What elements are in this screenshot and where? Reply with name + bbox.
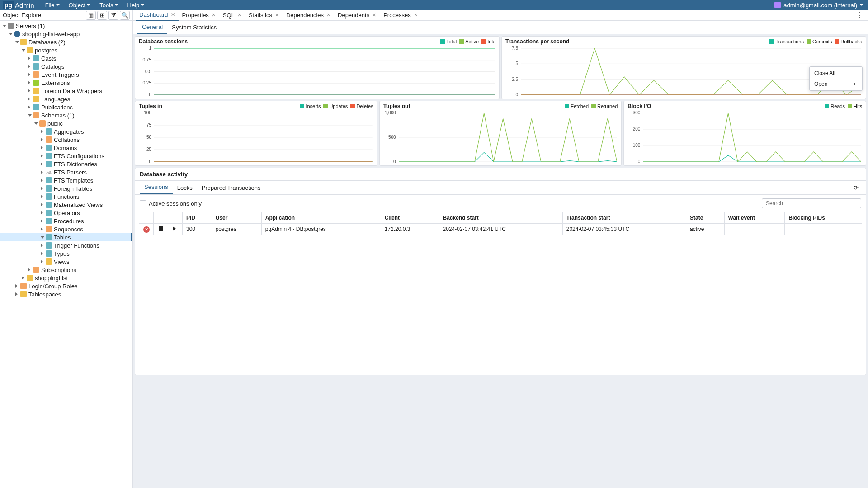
activity-tab-locks[interactable]: Locks — [173, 182, 197, 194]
node-publications[interactable]: Publications — [0, 103, 132, 111]
languages-icon — [33, 96, 39, 102]
node-schemas[interactable]: Schemas (1) — [0, 111, 132, 119]
close-icon[interactable]: ✕ — [372, 12, 376, 18]
active-only-checkbox[interactable] — [140, 200, 146, 206]
node-ftsparsers[interactable]: AaFTS Parsers — [0, 168, 132, 176]
user-label: admin@gmail.com (internal) — [783, 2, 857, 9]
chevron-down-icon — [860, 4, 863, 8]
menu-file[interactable]: File — [41, 0, 64, 10]
casts-icon — [33, 55, 39, 61]
explorer-title: Object Explorer — [3, 12, 85, 19]
domains-icon — [46, 145, 52, 151]
close-icon[interactable]: ✕ — [171, 12, 175, 18]
menu-help[interactable]: Help — [123, 0, 149, 10]
chevron-down-icon — [141, 4, 144, 8]
node-postgres[interactable]: postgres — [0, 46, 132, 54]
node-types[interactable]: Types — [0, 249, 132, 258]
tab-processes[interactable]: Processes✕ — [380, 10, 421, 20]
close-icon[interactable]: ✕ — [414, 12, 418, 18]
tab-dependents[interactable]: Dependents✕ — [334, 10, 380, 20]
tab-properties[interactable]: Properties✕ — [179, 10, 219, 20]
tables-icon — [46, 234, 52, 240]
refresh-icon[interactable]: ⟳ — [851, 184, 861, 191]
node-sequences[interactable]: Sequences — [0, 225, 132, 233]
kebab-menu[interactable]: ⋮ — [852, 11, 868, 19]
fts-dict-icon — [46, 161, 52, 167]
tab-dependencies[interactable]: Dependencies✕ — [283, 10, 334, 20]
node-tablespaces[interactable]: Tablespaces — [0, 290, 132, 298]
activity-tab-prepared[interactable]: Prepared Transactions — [197, 182, 265, 194]
node-subscriptions[interactable]: Subscriptions — [0, 266, 132, 274]
node-tables[interactable]: Tables — [0, 233, 132, 241]
node-functions[interactable]: Functions — [0, 192, 132, 201]
tool-table-icon[interactable]: ⊞ — [97, 11, 107, 20]
node-ftsconf[interactable]: FTS Configurations — [0, 152, 132, 160]
play-icon[interactable] — [173, 226, 178, 231]
node-loginroles[interactable]: Login/Group Roles — [0, 282, 132, 290]
node-operators[interactable]: Operators — [0, 209, 132, 217]
tab-statistics[interactable]: Statistics✕ — [245, 10, 283, 20]
chevron-down-icon — [87, 4, 90, 8]
tab-sql[interactable]: SQL✕ — [219, 10, 245, 20]
node-databases[interactable]: Databases (2) — [0, 38, 132, 46]
close-icon[interactable]: ✕ — [237, 12, 241, 18]
fts-tmpl-icon — [46, 177, 52, 183]
terminate-icon[interactable]: ✕ — [143, 226, 150, 233]
collations-icon — [46, 136, 52, 143]
chevron-down-icon — [115, 4, 118, 8]
subtab-general[interactable]: General — [137, 21, 167, 34]
activity-title: Database activity — [135, 168, 866, 181]
node-views[interactable]: Views — [0, 258, 132, 266]
triggerfn-icon — [46, 242, 52, 249]
node-procedures[interactable]: Procedures — [0, 217, 132, 225]
database-icon — [27, 275, 33, 281]
menu-tools[interactable]: Tools — [95, 0, 123, 10]
node-servers[interactable]: Servers (1) — [0, 22, 132, 30]
tool-filter-icon[interactable]: ⧩ — [108, 11, 118, 20]
main-tabs: Dashboard✕ Properties✕ SQL✕ Statistics✕ … — [133, 10, 868, 21]
node-ftstmpl[interactable]: FTS Templates — [0, 176, 132, 184]
matviews-icon — [46, 202, 52, 208]
context-menu: Close All Open — [809, 66, 863, 91]
node-matviews[interactable]: Materialized Views — [0, 201, 132, 209]
tool-search-icon[interactable]: 🔍 — [120, 11, 130, 20]
search-input[interactable] — [762, 198, 861, 208]
close-icon[interactable]: ✕ — [275, 12, 279, 18]
activity-tab-sessions[interactable]: Sessions — [140, 181, 173, 194]
chart-title: Block I/O — [627, 103, 651, 109]
schemas-icon — [33, 112, 39, 118]
close-icon[interactable]: ✕ — [326, 12, 330, 18]
database-activity: Database activity Sessions Locks Prepare… — [135, 168, 866, 375]
table-row[interactable]: ✕ 300 postgres pgAdmin 4 - DB:postgres 1… — [139, 224, 862, 235]
node-domains[interactable]: Domains — [0, 144, 132, 152]
menu-object[interactable]: Object — [64, 0, 95, 10]
node-ftsdict[interactable]: FTS Dictionaries — [0, 160, 132, 168]
node-triggerfn[interactable]: Trigger Functions — [0, 241, 132, 249]
procedures-icon — [46, 218, 52, 224]
logo-admin: Admin — [15, 1, 34, 9]
foreign-tables-icon — [46, 185, 52, 192]
close-icon[interactable]: ✕ — [212, 12, 216, 18]
user-menu[interactable]: admin@gmail.com (internal) — [774, 2, 865, 9]
node-public[interactable]: public — [0, 119, 132, 127]
stop-icon[interactable] — [159, 226, 163, 231]
tab-dashboard[interactable]: Dashboard✕ — [136, 10, 179, 21]
node-casts[interactable]: Casts — [0, 54, 132, 62]
node-catalogs[interactable]: Catalogs — [0, 62, 132, 70]
node-aggregates[interactable]: Aggregates — [0, 127, 132, 136]
node-foreigntables[interactable]: Foreign Tables — [0, 184, 132, 192]
node-server[interactable]: shopping-list-web-app — [0, 30, 132, 38]
node-fdw[interactable]: Foreign Data Wrappers — [0, 87, 132, 95]
node-eventtriggers[interactable]: Event Triggers — [0, 70, 132, 79]
subtab-systemstats[interactable]: System Statistics — [167, 21, 221, 33]
node-languages[interactable]: Languages — [0, 95, 132, 103]
tool-grid-icon[interactable]: ▦ — [86, 11, 96, 20]
logo-pg: pg — [3, 1, 14, 9]
chart-tuples-out: Tuples out Fetched Returned 1,0005000 — [379, 101, 622, 166]
operators-icon — [46, 210, 52, 216]
ctx-close-all[interactable]: Close All — [810, 68, 862, 79]
node-collations[interactable]: Collations — [0, 136, 132, 144]
node-shoppinglist[interactable]: shoppingList — [0, 274, 132, 282]
node-extensions[interactable]: Extensions — [0, 79, 132, 87]
ctx-open[interactable]: Open — [810, 79, 862, 89]
